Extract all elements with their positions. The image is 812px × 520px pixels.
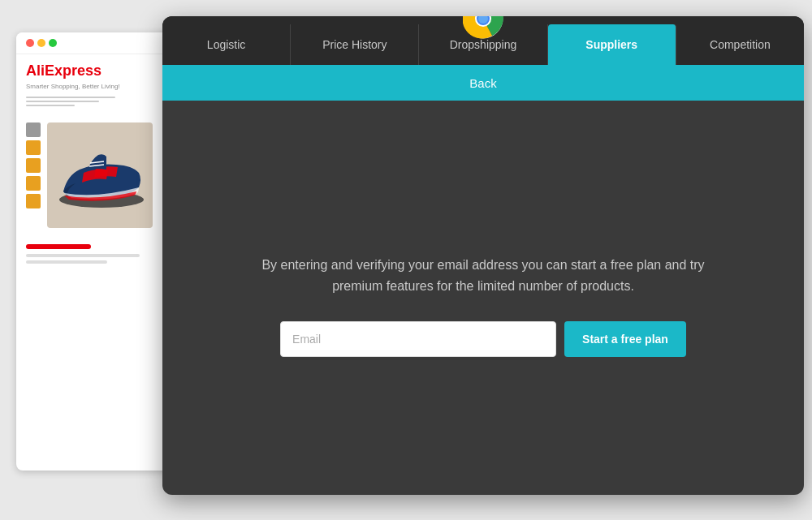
ae-text-line-1 xyxy=(26,254,140,257)
dot-maximize xyxy=(49,39,57,47)
email-row: Start a free plan xyxy=(280,321,686,357)
ae-thumb-orange-2 xyxy=(26,158,41,173)
window-dots xyxy=(26,39,57,47)
dot-minimize xyxy=(37,39,45,47)
ae-line-3 xyxy=(26,105,75,106)
dot-close xyxy=(26,39,34,47)
tab-competition[interactable]: Competition xyxy=(676,24,804,65)
ae-thumb-orange-1 xyxy=(26,140,41,155)
tab-price-history[interactable]: Price History xyxy=(291,24,419,65)
ae-text-line-2 xyxy=(26,260,107,264)
ae-product-image xyxy=(47,122,153,228)
ae-thumb-orange-4 xyxy=(26,194,41,208)
ae-price-bar xyxy=(26,244,91,249)
ae-line-1 xyxy=(26,97,115,98)
back-bar[interactable]: Back xyxy=(162,65,804,101)
sneaker-svg xyxy=(51,135,149,216)
email-input[interactable] xyxy=(280,321,556,357)
chrome-window: Logistic Price History Dropshipping Supp… xyxy=(162,16,804,495)
ae-thumb-gray xyxy=(26,122,41,137)
tab-logistic[interactable]: Logistic xyxy=(162,24,291,65)
main-content: By entering and verifying your email add… xyxy=(162,101,804,495)
chrome-icon xyxy=(463,16,503,39)
ae-line-2 xyxy=(26,101,99,102)
promo-text: By entering and verifying your email add… xyxy=(240,255,727,296)
ae-thumb-orange-3 xyxy=(26,176,41,191)
chrome-icon-wrapper xyxy=(463,16,503,42)
start-free-plan-button[interactable]: Start a free plan xyxy=(564,321,686,357)
ae-thumbnails xyxy=(26,122,41,228)
tab-suppliers[interactable]: Suppliers xyxy=(548,24,676,65)
